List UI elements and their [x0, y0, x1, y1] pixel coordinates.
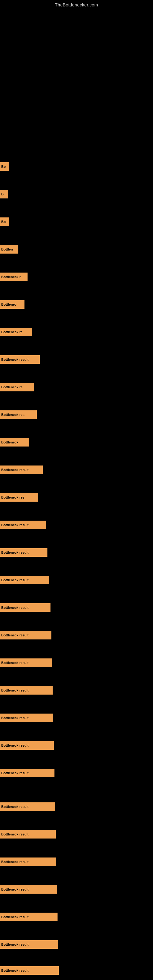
bottleneck-bar-row: Bottleneck re: [0, 383, 33, 391]
bar-label: Bottlen: [1, 247, 13, 251]
bottleneck-bar-row: Bottleneck: [0, 438, 29, 447]
bottleneck-bar-row: Bottleneck re: [0, 328, 32, 336]
bar-label: Bottleneck result: [1, 468, 29, 472]
bottleneck-bar-row: Bottleneck r: [0, 272, 27, 281]
bottleneck-bar-row: Bottleneck res: [0, 493, 38, 502]
bar-label: Bottleneck result: [1, 689, 29, 692]
bar-label: Bottlenec: [1, 302, 16, 306]
bar-label: Bottleneck res: [1, 495, 24, 499]
site-title: TheBottlenecker.com: [0, 0, 153, 7]
bottleneck-bar-row: Bottleneck result: [0, 659, 52, 667]
bar-label: B: [1, 192, 4, 196]
bottleneck-bar-row: Bottlen: [0, 245, 18, 254]
bottleneck-bar-row: Bottleneck result: [0, 885, 57, 894]
bar-label: Bottleneck result: [1, 969, 29, 972]
bar-label: Bottleneck r: [1, 275, 21, 279]
bar-label: Bottleneck result: [1, 888, 29, 891]
bar-label: Bottleneck result: [1, 633, 29, 637]
bottleneck-bar-row: Bottleneck result: [0, 830, 56, 838]
bottleneck-bar-row: Bottleneck result: [0, 858, 56, 866]
bar-label: Bottleneck result: [1, 943, 29, 946]
bottleneck-bar-row: Bottlenec: [0, 300, 24, 309]
bar-label: Bottleneck result: [1, 716, 29, 720]
bar-label: Bottleneck result: [1, 915, 29, 919]
bar-label: Bottleneck result: [1, 606, 29, 609]
bar-label: Bottleneck result: [1, 358, 29, 361]
bar-label: Bottleneck result: [1, 832, 29, 836]
bottleneck-bar-row: Bottleneck result: [0, 686, 53, 695]
bottleneck-bar-row: B: [0, 190, 8, 199]
bar-label: Bottleneck result: [1, 744, 29, 747]
bottleneck-bar-row: Bottleneck result: [0, 520, 46, 529]
bottleneck-bar-row: Bottleneck result: [0, 355, 40, 364]
bar-label: Bottleneck result: [1, 523, 29, 527]
bottleneck-bar-row: Bottleneck result: [0, 631, 51, 640]
bottleneck-bar-row: Bottleneck result: [0, 466, 43, 474]
bottleneck-bar-row: Bottleneck result: [0, 548, 48, 557]
bar-label: Bottleneck result: [1, 550, 29, 554]
bottleneck-bar-row: Bottleneck result: [0, 714, 53, 722]
bar-label: Bo: [1, 165, 6, 169]
bottleneck-bar-row: Bottleneck result: [0, 603, 51, 612]
bar-label: Bottleneck result: [1, 860, 29, 864]
bottleneck-bar-row: Bottleneck result: [0, 966, 59, 975]
bar-label: Bottleneck re: [1, 385, 22, 389]
bar-label: Bottleneck res: [1, 413, 24, 417]
bottleneck-bar-row: Bo: [0, 218, 9, 226]
bar-label: Bottleneck result: [1, 805, 29, 808]
bar-label: Bottleneck result: [1, 771, 29, 775]
bottleneck-bar-row: Bottleneck result: [0, 802, 55, 811]
bar-label: Bottleneck re: [1, 330, 22, 334]
bar-label: Bottleneck: [1, 441, 18, 444]
bottleneck-bar-row: Bottleneck result: [0, 576, 49, 584]
bottleneck-bar-row: Bottleneck result: [0, 769, 54, 777]
bottleneck-bar-row: Bottleneck res: [0, 410, 37, 419]
bottleneck-bar-row: Bottleneck result: [0, 913, 57, 921]
bottleneck-bar-row: Bo: [0, 162, 9, 171]
bottleneck-bar-row: Bottleneck result: [0, 741, 54, 750]
bar-label: Bottleneck result: [1, 578, 29, 582]
bottleneck-bar-row: Bottleneck result: [0, 940, 58, 949]
bar-label: Bo: [1, 220, 6, 224]
bar-label: Bottleneck result: [1, 661, 29, 665]
